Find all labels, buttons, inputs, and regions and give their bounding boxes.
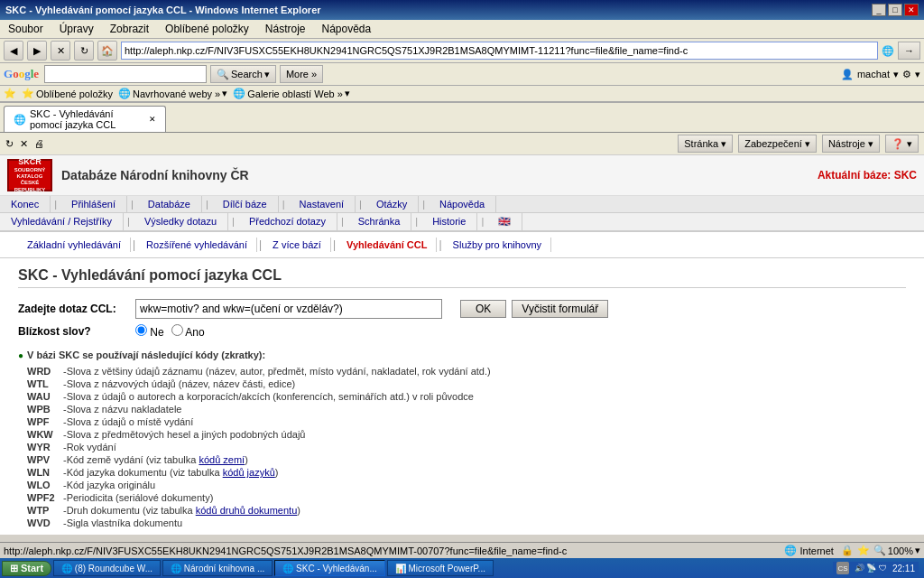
logo-text: SKČR (9, 157, 51, 167)
security-button[interactable]: Zabezpečení ▾ (738, 135, 817, 153)
tab-ccl[interactable]: Vyhledávání CCL (337, 238, 437, 252)
nav-napoveda[interactable]: Nápověda (429, 196, 496, 212)
clear-button[interactable]: Vyčistit formulář (512, 300, 608, 318)
ie-toolbar: ↻ ✕ 🖨 Stránka ▾ Zabezpečení ▾ Nástroje ▾… (0, 133, 924, 155)
help-button[interactable]: ❓ ▾ (885, 135, 919, 153)
minimize-button[interactable]: _ (872, 4, 886, 16)
library-nav-row2: Vyhledávání / Rejstříky | Výsledky dotaz… (0, 213, 924, 231)
nav-prihlaseni[interactable]: Přihlášení (60, 196, 127, 212)
bookmark-favorites[interactable]: ⭐ Oblíbené položky (22, 88, 113, 99)
tab-sluzby[interactable]: Služby pro knihovny (444, 238, 551, 252)
ccl-query-row: Zadejte dotaz CCL: OK Vyčistit formulář (18, 299, 906, 319)
ccl-label: Zadejte dotaz CCL: (18, 303, 135, 315)
nav-dilci-baze[interactable]: Dílčí báze (212, 196, 279, 212)
bookmark-gallery[interactable]: 🌐 Galerie oblastí Web » ▾ (233, 88, 350, 99)
address-input[interactable] (121, 42, 878, 60)
library-header: SKČR SOUBORNÝ KATALOG ČESKÉ REPUBLIKY Da… (0, 155, 924, 232)
google-search-input[interactable] (44, 65, 207, 83)
tab-zakladni[interactable]: Základní vyhledávání (18, 238, 131, 252)
nav2-schranka[interactable]: Schránka (347, 213, 411, 230)
browser-tab-active[interactable]: 🌐 SKC - Vyhledávání pomocí jazyka CCL ✕ (4, 106, 166, 132)
print-icon[interactable]: 🖨 (34, 138, 44, 149)
proximity-ano-label[interactable]: Ano (171, 324, 205, 339)
nav2-vysledky[interactable]: Výsledky dotazu (134, 213, 228, 230)
menu-favorites[interactable]: Oblíbené položky (162, 22, 252, 36)
tools-button[interactable]: Nástroje ▾ (822, 135, 880, 153)
code-wyr: WYR (27, 442, 63, 452)
nav2-flag[interactable]: 🇬🇧 (487, 213, 522, 230)
tab-bar: 🌐 SKC - Vyhledávání pomocí jazyka CCL ✕ (0, 103, 924, 133)
stop-button[interactable]: ✕ (51, 41, 70, 61)
code-list: WRD -Slova z většiny údajů záznamu (náze… (27, 366, 906, 535)
menu-edit[interactable]: Úpravy (57, 22, 97, 36)
tab-close-button[interactable]: ✕ (149, 115, 156, 124)
list-item: WPV -Kód země vydání (viz tabulka kódů z… (27, 454, 906, 465)
code-wtl: WTL (27, 378, 63, 389)
home-button[interactable]: 🏠 (97, 41, 117, 61)
stop-page-icon[interactable]: ✕ (20, 138, 28, 149)
list-item: WPB -Slova z názvu nakladatele (27, 404, 906, 415)
menu-view[interactable]: Zobrazit (107, 22, 152, 36)
google-toolbar: Google 🔍 Search ▾ More » 👤 machat ▾ ⚙ ▾ (0, 63, 924, 86)
menu-tools[interactable]: Nástroje (263, 22, 309, 36)
search-form: Zadejte dotaz CCL: OK Vyčistit formulář … (18, 299, 906, 339)
address-label: 🌐 (882, 45, 894, 57)
proximity-ne-radio[interactable] (135, 324, 147, 336)
refresh-button[interactable]: ↻ (74, 41, 94, 61)
title-bar: SKC - Vyhledávání pomocí jazyka CCL - Wi… (0, 0, 924, 20)
refresh-page-icon[interactable]: ↻ (5, 138, 14, 149)
nav-otazky[interactable]: Otázky (365, 196, 419, 212)
nav2-vyhledavani[interactable]: Vyhledávání / Rejstříky (0, 213, 124, 230)
library-logo: SKČR SOUBORNÝ KATALOG ČESKÉ REPUBLIKY (7, 159, 52, 191)
ok-button[interactable]: OK (460, 300, 506, 318)
ccl-input[interactable] (135, 299, 442, 319)
google-search-button[interactable]: 🔍 Search ▾ (210, 65, 276, 83)
link-kody-druhu[interactable]: kódů druhů dokumentu (196, 505, 298, 516)
search-icon: 🔍 (217, 69, 229, 80)
tab-rozsirene[interactable]: Rozšířené vyhledávání (137, 238, 257, 252)
bookmarks-bar: ⭐ ⭐ Oblíbené položky 🌐 Navrhované weby »… (0, 86, 924, 103)
menu-help[interactable]: Nápověda (319, 22, 374, 36)
code-wpf: WPF (27, 416, 63, 427)
nav-konec[interactable]: Konec (0, 196, 51, 212)
nav2-historie[interactable]: Historie (421, 213, 477, 230)
nav-databaze[interactable]: Databáze (137, 196, 202, 212)
user-info: 👤 machat ▾ ⚙ ▾ (841, 69, 920, 80)
bookmark-suggested[interactable]: 🌐 Navrhované weby » ▾ (118, 88, 227, 99)
list-item: WRD -Slova z většiny údajů záznamu (náze… (27, 366, 906, 377)
library-title-row: SKČR SOUBORNÝ KATALOG ČESKÉ REPUBLIKY Da… (0, 155, 924, 196)
code-wkw: WKW (27, 429, 63, 440)
close-button[interactable]: ✕ (904, 4, 919, 16)
list-item: WPF2 -Periodicita (seriálové dokumenty) (27, 492, 906, 503)
nav-nastaveni[interactable]: Nastavení (289, 196, 356, 212)
window-controls: _ □ ✕ (872, 4, 919, 16)
library-db-title: Databáze Národní knihovny ČR (61, 168, 249, 182)
tab-icon: 🌐 (14, 114, 26, 126)
list-item (27, 530, 906, 535)
list-item: WLO -Kód jazyka originálu (27, 480, 906, 490)
tab-z-vice-bazi[interactable]: Z více bází (263, 238, 331, 252)
favorites-star-icon: ⭐ (4, 88, 16, 99)
more-button[interactable]: More » (280, 65, 323, 83)
user-icon: 👤 (841, 69, 854, 80)
go-button[interactable]: → (898, 42, 920, 60)
forward-button[interactable]: ▶ (27, 41, 47, 61)
nav2-predchozi[interactable]: Předchozí dotazy (238, 213, 337, 230)
list-item: WYR -Rok vydání (27, 442, 906, 452)
page-button[interactable]: Stránka ▾ (678, 135, 733, 153)
code-wpb: WPB (27, 404, 63, 415)
menu-file[interactable]: Soubor (5, 22, 46, 36)
code-wtp: WTP (27, 505, 63, 516)
link-kody-jazyku[interactable]: kódů jazyků (223, 467, 275, 478)
suggested-icon: 🌐 (118, 88, 131, 99)
proximity-ano-radio[interactable] (171, 324, 183, 336)
back-button[interactable]: ◀ (4, 41, 23, 61)
logo-subtext: SOUBORNÝ KATALOG ČESKÉ REPUBLIKY (9, 167, 51, 193)
proximity-ne-label[interactable]: Ne (135, 324, 164, 339)
link-kody-zemi[interactable]: kódů zemí (199, 454, 245, 465)
list-item: WPF -Slova z údajů o místě vydání (27, 416, 906, 427)
page-content: SKČR SOUBORNÝ KATALOG ČESKÉ REPUBLIKY Da… (0, 155, 924, 535)
google-logo: Google (4, 67, 39, 81)
library-nav-row1: Konec | Přihlášení | Databáze | Dílčí bá… (0, 196, 924, 213)
maximize-button[interactable]: □ (888, 4, 902, 16)
